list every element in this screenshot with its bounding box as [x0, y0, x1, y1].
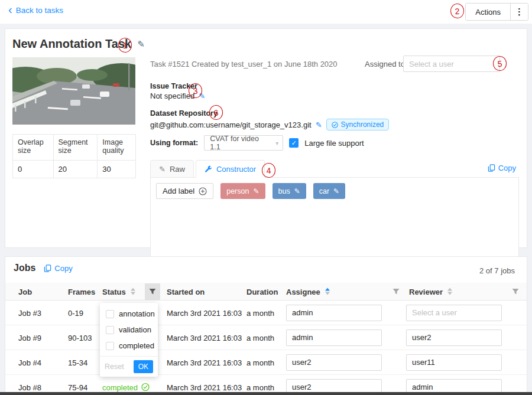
sync-check-icon — [332, 122, 338, 128]
task-assignee-select[interactable] — [403, 56, 500, 72]
label-tag-bus-text: bus — [278, 187, 290, 195]
param-value-segment: 20 — [53, 161, 98, 178]
tab-constructor[interactable]: Constructor — [196, 160, 265, 178]
filter-ok-button[interactable]: OK — [134, 360, 153, 373]
jobs-card: Jobs Copy 2 of 7 jobs Job Frames Status … — [5, 256, 527, 395]
frames-cell: 0-19 — [68, 308, 83, 317]
job-row-9: Job #9 90-103 March 3rd 2021 16:03 a mon… — [5, 325, 527, 350]
job-link-8[interactable]: Job #8 — [18, 383, 41, 391]
dataset-repository-label: Dataset Repository — [150, 109, 218, 117]
actions-more-button[interactable]: ⋮ — [510, 4, 528, 20]
param-value-overlap: 0 — [13, 161, 54, 178]
filter-option-validation-label: validation — [119, 325, 151, 334]
frames-cell: 15-34 — [68, 358, 87, 367]
status-sorter-icon[interactable] — [131, 288, 135, 295]
column-assignee[interactable]: Assignee — [286, 287, 330, 296]
reviewer-sorter-icon[interactable] — [447, 288, 452, 295]
assignee-input-job4[interactable] — [287, 355, 381, 370]
copy-jobs-link[interactable]: Copy — [44, 264, 72, 273]
started-cell: March 3rd 2021 16:03 — [167, 308, 242, 317]
raw-pencil-icon: ✎ — [159, 165, 166, 174]
format-select[interactable]: CVAT for video 1.1 ▾ — [204, 135, 283, 151]
duration-cell: a month — [246, 383, 274, 391]
label-tag-car[interactable]: car ✎ — [313, 183, 345, 199]
checkbox-annotation[interactable] — [106, 310, 114, 318]
filter-option-completed[interactable]: completed — [100, 338, 158, 354]
reviewer-input-job3[interactable] — [407, 305, 501, 321]
job-link-9[interactable]: Job #9 — [18, 333, 41, 342]
tab-raw[interactable]: ✎ Raw — [150, 160, 194, 178]
actions-button-group: Actions ⋮ — [465, 3, 528, 21]
edit-dataset-repository-icon[interactable]: ✎ — [316, 120, 322, 129]
more-vertical-icon: ⋮ — [515, 6, 524, 17]
job-link-4[interactable]: Job #4 — [18, 358, 41, 367]
assignee-select-job3[interactable] — [286, 305, 382, 321]
duration-cell: a month — [246, 333, 274, 342]
reviewer-input-job9[interactable] — [407, 330, 501, 345]
column-job[interactable]: Job — [18, 287, 32, 296]
assignee-input-job9[interactable] — [287, 330, 381, 345]
chevron-down-icon: ▾ — [275, 140, 278, 146]
assignee-select-job4[interactable] — [286, 354, 382, 371]
checkbox-validation[interactable] — [106, 326, 114, 334]
edit-label-bus-icon[interactable]: ✎ — [294, 187, 300, 195]
filter-option-validation[interactable]: validation — [100, 322, 158, 338]
started-cell: March 3rd 2021 16:03 — [167, 383, 242, 391]
assigned-to-label: Assigned to — [365, 60, 405, 68]
assignee-sorter-icon[interactable] — [325, 288, 330, 295]
reviewer-select-job9[interactable] — [406, 329, 502, 346]
column-status[interactable]: Status — [102, 287, 135, 296]
label-tag-car-text: car — [319, 187, 329, 195]
task-details-card: New Annotation Task ✎ — [5, 28, 527, 248]
params-value-row: 0 20 30 — [13, 161, 136, 178]
assignee-input-job3[interactable] — [287, 305, 381, 321]
jobs-title: Jobs — [14, 263, 35, 273]
reviewer-filter-icon[interactable] — [508, 283, 523, 300]
label-tag-person[interactable]: person ✎ — [220, 183, 265, 199]
edit-task-name-icon[interactable]: ✎ — [137, 39, 145, 50]
param-header-segment: Segment size — [53, 135, 98, 161]
column-frames[interactable]: Frames — [68, 287, 95, 296]
reviewer-input-job4[interactable] — [407, 355, 501, 370]
dataset-repository-url: git@github.com:username/git_storage_v123… — [150, 120, 312, 129]
copy-labels-link[interactable]: Copy — [488, 164, 516, 172]
duration-cell: a month — [246, 358, 274, 367]
reviewer-select-job3[interactable] — [406, 305, 502, 321]
jobs-header: Jobs Copy — [14, 263, 73, 273]
task-title: New Annotation Task — [12, 37, 131, 51]
status-filter-icon[interactable] — [145, 283, 160, 300]
task-assignee-input[interactable] — [404, 56, 499, 71]
started-cell: March 3rd 2021 16:03 — [167, 333, 242, 342]
started-cell: March 3rd 2021 16:03 — [167, 358, 242, 367]
copy-jobs-label: Copy — [54, 264, 72, 273]
status-filter-dropdown: annotation validation completed Reset OK — [100, 303, 158, 377]
filter-option-annotation-label: annotation — [119, 309, 155, 318]
checkbox-completed[interactable] — [106, 342, 114, 350]
duration-cell: a month — [246, 308, 274, 317]
edit-label-person-icon[interactable]: ✎ — [253, 187, 259, 195]
add-label-button[interactable]: Add label — [156, 183, 213, 199]
large-file-checkbox[interactable]: ✓ — [289, 138, 299, 148]
assignee-select-job9[interactable] — [286, 329, 382, 346]
job-link-3[interactable]: Job #3 — [18, 308, 41, 317]
label-tag-person-text: person — [226, 187, 249, 195]
back-to-tasks-link[interactable]: ‹ Back to tasks — [8, 5, 63, 15]
assignee-filter-icon[interactable] — [388, 283, 404, 300]
plus-circle-icon — [199, 187, 207, 195]
issue-tracker-value: Not specified — [150, 92, 194, 100]
back-label: Back to tasks — [16, 6, 63, 15]
edit-label-car-icon[interactable]: ✎ — [333, 187, 339, 195]
reviewer-select-job4[interactable] — [406, 354, 502, 371]
label-tag-bus[interactable]: bus ✎ — [273, 183, 306, 199]
filter-reset-button[interactable]: Reset — [105, 363, 124, 371]
column-reviewer[interactable]: Reviewer — [409, 287, 452, 296]
using-format-label: Using format: — [150, 139, 198, 147]
copy-labels-label: Copy — [498, 164, 516, 172]
using-format-row: Using format: CVAT for video 1.1 ▾ ✓ Lar… — [150, 135, 364, 151]
filter-option-annotation[interactable]: annotation — [100, 306, 158, 322]
task-parameters-table: Overlap size Segment size Image quality … — [12, 134, 136, 178]
params-header-row: Overlap size Segment size Image quality — [13, 135, 136, 161]
back-chevron-icon: ‹ — [8, 4, 12, 15]
format-select-value: CVAT for video 1.1 — [205, 135, 275, 151]
actions-button[interactable]: Actions — [466, 4, 510, 20]
